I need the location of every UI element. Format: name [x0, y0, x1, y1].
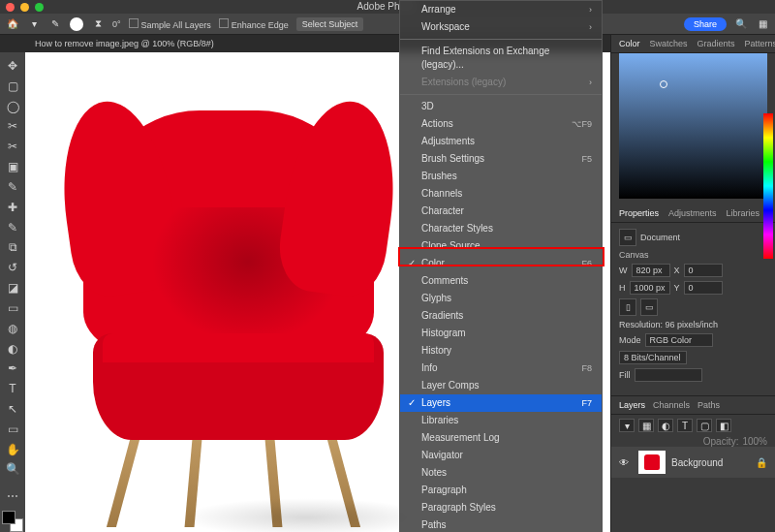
layer-row-background[interactable]: 👁 Background 🔒 — [611, 447, 775, 478]
tab-paths[interactable]: Paths — [698, 400, 720, 410]
select-subject-button[interactable]: Select Subject — [296, 17, 364, 31]
eyedropper-tool-icon[interactable]: ✎ — [2, 177, 23, 197]
pen-tool-icon[interactable]: ✒ — [2, 359, 23, 378]
canvas-x-field[interactable]: 0 — [684, 264, 723, 277]
filter-smart-icon[interactable]: ◧ — [716, 419, 731, 432]
quick-select-tool-icon[interactable]: ✂ — [2, 116, 23, 136]
hue-slider[interactable] — [763, 113, 773, 259]
menu-item-measurement-log[interactable]: Measurement Log — [400, 429, 602, 447]
layer-filter-icon[interactable]: ▾ — [619, 419, 635, 432]
shape-tool-icon[interactable]: ▭ — [2, 420, 23, 439]
dodge-tool-icon[interactable]: ◐ — [2, 339, 23, 359]
menu-item-paragraph-styles[interactable]: Paragraph Styles — [400, 499, 602, 516]
brush-tool-icon[interactable]: ✎ — [2, 218, 23, 237]
menu-item-workspace[interactable]: Workspace› — [400, 18, 602, 36]
sample-all-layers-checkbox[interactable]: Sample All Layers — [129, 18, 211, 30]
blur-tool-icon[interactable]: ◍ — [2, 319, 23, 338]
brush-icon[interactable]: ✎ — [48, 17, 62, 31]
eraser-tool-icon[interactable]: ◪ — [2, 278, 23, 297]
fill-select[interactable] — [635, 368, 702, 382]
tab-adjustments[interactable]: Adjustments — [668, 208, 717, 218]
enhance-edge-checkbox[interactable]: Enhance Edge — [219, 18, 289, 30]
opacity-value[interactable]: 100% — [742, 436, 767, 447]
gradient-tool-icon[interactable]: ▭ — [2, 298, 23, 318]
bit-depth-select[interactable]: 8 Bits/Channel — [619, 351, 687, 364]
filter-adjust-icon[interactable]: ◐ — [658, 419, 673, 432]
menu-item-brushes[interactable]: Brushes — [400, 168, 602, 185]
canvas-height-field[interactable]: 1000 px — [630, 281, 670, 295]
stamp-tool-icon[interactable]: ⧉ — [2, 237, 23, 257]
canvas-width-field[interactable]: 820 px — [632, 264, 670, 277]
menu-item-comments[interactable]: Comments — [400, 272, 602, 290]
home-icon[interactable]: 🏠 — [6, 17, 19, 31]
menu-item-clone-source[interactable]: Clone Source — [400, 237, 602, 255]
tool-preset-icon[interactable]: ▾ — [27, 17, 41, 31]
filter-type-icon[interactable]: T — [677, 419, 693, 432]
orient-landscape-icon[interactable]: ▭ — [640, 298, 658, 316]
history-brush-tool-icon[interactable]: ↺ — [2, 258, 23, 277]
menu-item-notes[interactable]: Notes — [400, 464, 602, 482]
tab-channels[interactable]: Channels — [653, 400, 690, 410]
maximize-window-icon[interactable] — [35, 3, 44, 12]
menu-item-3d[interactable]: 3D — [400, 98, 602, 115]
orient-portrait-icon[interactable]: ▯ — [619, 298, 636, 316]
menu-item-character-styles[interactable]: Character Styles — [400, 220, 602, 237]
move-tool-icon[interactable]: ✥ — [2, 56, 23, 76]
menu-item-libraries[interactable]: Libraries — [400, 412, 602, 429]
marquee-tool-icon[interactable]: ▢ — [2, 77, 23, 96]
tab-swatches[interactable]: Swatches — [650, 39, 688, 48]
menu-item-history[interactable]: History — [400, 342, 602, 360]
visibility-eye-icon[interactable]: 👁 — [619, 457, 633, 468]
menu-item-brush-settings[interactable]: Brush SettingsF5 — [400, 150, 602, 168]
angle-value[interactable]: 0° — [112, 19, 121, 29]
menu-item-arrange[interactable]: Arrange› — [400, 1, 602, 18]
tab-patterns[interactable]: Patterns — [745, 39, 775, 48]
check-icon: ✓ — [408, 396, 416, 410]
fill-label: Fill — [619, 370, 631, 380]
layer-name[interactable]: Background — [671, 457, 723, 468]
filter-shape-icon[interactable]: ▢ — [697, 419, 712, 432]
frame-tool-icon[interactable]: ▣ — [2, 157, 23, 176]
tab-properties[interactable]: Properties — [619, 208, 659, 218]
menu-item-paths[interactable]: Paths — [400, 516, 602, 532]
tab-color[interactable]: Color — [619, 39, 640, 48]
menu-item-paragraph[interactable]: Paragraph — [400, 482, 602, 499]
menu-item-adjustments[interactable]: Adjustments — [400, 133, 602, 150]
menu-item-histogram[interactable]: Histogram — [400, 325, 602, 342]
lasso-tool-icon[interactable]: ◯ — [2, 97, 23, 116]
minimize-window-icon[interactable] — [20, 3, 29, 12]
lock-icon[interactable]: 🔒 — [756, 457, 767, 468]
search-icon[interactable]: 🔍 — [734, 17, 748, 31]
workspace-icon[interactable]: ▦ — [756, 17, 769, 31]
menu-item-navigator[interactable]: Navigator — [400, 447, 602, 464]
zoom-tool-icon[interactable]: 🔍 — [2, 460, 23, 480]
menu-item-glyphs[interactable]: Glyphs — [400, 290, 602, 307]
tab-libraries[interactable]: Libraries — [727, 208, 760, 218]
hand-tool-icon[interactable]: ✋ — [2, 440, 23, 459]
menu-item-actions[interactable]: Actions⌥F9 — [400, 115, 602, 133]
tab-gradients[interactable]: Gradients — [698, 39, 735, 48]
color-mode-select[interactable]: RGB Color — [645, 333, 713, 347]
type-tool-icon[interactable]: T — [2, 379, 23, 398]
menu-item-layer-comps[interactable]: Layer Comps — [400, 377, 602, 394]
menu-item-channels[interactable]: Channels — [400, 185, 602, 203]
color-picker[interactable] — [619, 53, 767, 199]
brush-preview-icon[interactable] — [70, 17, 83, 31]
tab-layers[interactable]: Layers — [619, 400, 645, 410]
menu-item-gradients[interactable]: Gradients — [400, 307, 602, 325]
path-tool-icon[interactable]: ↖ — [2, 399, 23, 419]
filter-image-icon[interactable]: ▦ — [638, 419, 654, 432]
menu-item-info[interactable]: InfoF8 — [400, 360, 602, 377]
foreground-background-swatch[interactable] — [2, 511, 23, 532]
menu-item-character[interactable]: Character — [400, 203, 602, 220]
close-window-icon[interactable] — [6, 3, 15, 12]
menu-item-color[interactable]: Color✓F6 — [400, 255, 602, 272]
layer-thumbnail[interactable] — [638, 451, 666, 474]
canvas-y-field[interactable]: 0 — [684, 281, 723, 295]
edit-toolbar-icon[interactable]: ⋯ — [2, 486, 23, 506]
heal-tool-icon[interactable]: ✚ — [2, 198, 23, 217]
menu-item-find-extensions-on-exchange-legacy-[interactable]: Find Extensions on Exchange (legacy)... — [400, 43, 602, 74]
menu-item-layers[interactable]: Layers✓F7 — [400, 394, 602, 412]
crop-tool-icon[interactable]: ✂ — [2, 137, 23, 156]
share-button[interactable]: Share — [684, 17, 727, 31]
